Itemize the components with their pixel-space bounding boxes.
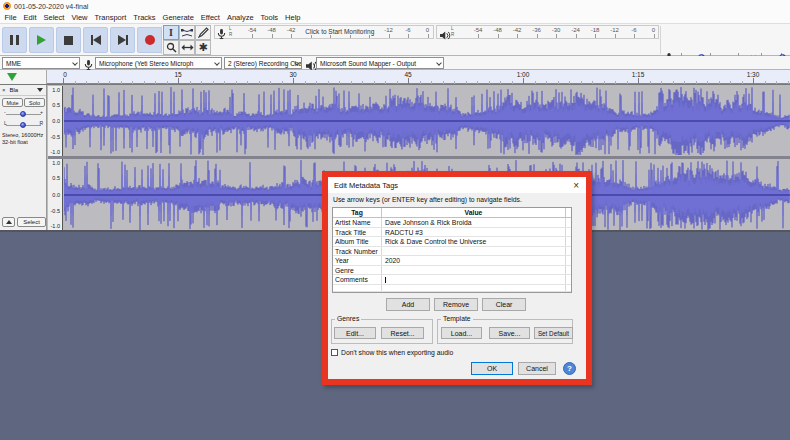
time-ruler[interactable]: 01530451:001:151:30 [47,70,790,84]
scale-label: -1.0 [51,223,60,229]
metadata-row[interactable]: Year2020 [333,256,571,266]
value-column-header: Value [382,208,566,217]
metadata-row[interactable]: Track Number [333,247,571,257]
envelope-tool-button[interactable] [179,25,195,40]
scale-label: 0.0 [52,192,60,198]
tag-cell[interactable]: Artist Name [333,218,382,227]
value-cell[interactable] [382,247,566,256]
metadata-table[interactable]: TagValueArtist NameDave Johnson & Rick B… [332,207,572,293]
vertical-scale-ruler[interactable]: 1.00.50.0-0.5-1.0 [48,86,63,156]
menu-analyze[interactable]: Analyze [223,13,257,22]
template-save-button[interactable]: Save... [489,327,530,339]
menu-tracks[interactable]: Tracks [130,13,159,22]
value-cell[interactable] [382,266,566,275]
help-button[interactable]: ? [563,362,576,375]
track-info: Stereo, 16000Hz 32-bit float [2,132,43,145]
vertical-scale-ruler[interactable]: 1.00.50.0-0.5-1.0 [48,159,63,230]
speaker-icon [439,26,451,44]
tag-cell[interactable]: Track Title [333,228,382,237]
menu-effect[interactable]: Effect [197,13,223,22]
meter-tick-label: -54 [248,27,257,33]
menu-tools[interactable]: Tools [257,13,282,22]
multi-tool-button[interactable]: ✱ [195,40,211,55]
skip-to-start-button[interactable] [83,27,108,53]
menu-generate[interactable]: Generate [159,13,197,22]
pan-slider[interactable]: L R [2,120,45,130]
selection-tool-icon: I [169,27,173,38]
dont-show-checkbox[interactable] [331,349,338,356]
close-track-button[interactable]: × [0,87,8,93]
ok-button[interactable]: OK [471,362,513,375]
metadata-row[interactable]: Album TitleRick & Dave Control the Unive… [333,237,571,247]
value-cell[interactable]: Rick & Dave Control the Universe [382,237,566,246]
playback-device-select[interactable]: Microsoft Sound Mapper - Output [316,57,444,69]
value-cell[interactable] [382,275,566,284]
tag-cell[interactable]: Track Number [333,247,382,256]
audacity-window: 001-05-20-2020 v4-final FileEditSelectVi… [0,0,790,440]
stop-button[interactable] [56,27,81,53]
skip-to-end-button[interactable] [110,27,135,53]
value-cell[interactable]: Dave Johnson & Rick Broida [382,218,566,227]
menu-view[interactable]: View [68,13,91,22]
menu-edit[interactable]: Edit [20,13,40,22]
tag-cell[interactable] [333,285,382,292]
add-button[interactable]: Add [386,298,430,311]
metadata-row[interactable]: Artist NameDave Johnson & Rick Broida [333,218,571,228]
waveform-channel-left[interactable] [64,86,790,156]
menu-help[interactable]: Help [282,13,304,22]
menu-transport[interactable]: Transport [91,13,130,22]
gain-slider[interactable]: - + [2,109,45,119]
time-shift-tool-button[interactable] [179,40,195,55]
recording-meter[interactable]: LR-54-48-42-36-30-24-18-12-60Click to St… [214,25,434,39]
pan-slider-thumb[interactable] [20,122,26,128]
play-button[interactable] [29,27,54,53]
solo-button[interactable]: Solo [24,98,45,107]
metadata-row[interactable]: Comments [333,275,571,285]
track-menu-icon[interactable] [37,88,43,92]
record-button[interactable] [137,27,162,53]
value-cell[interactable]: 2020 [382,256,566,265]
metadata-row[interactable]: Genre [333,266,571,276]
pause-button[interactable] [2,27,27,53]
dialog-close-icon[interactable]: × [573,180,586,191]
tag-cell[interactable]: Year [333,256,382,265]
audio-host-select[interactable]: MME [2,57,80,69]
selection-tool-button[interactable]: I [163,25,179,40]
channel-r-label: R [451,33,454,38]
meter-tick [615,34,616,38]
monitor-text[interactable]: Click to Start Monitoring [302,28,377,35]
scale-label: -0.5 [51,134,60,140]
mute-button[interactable]: Mute [2,98,23,107]
meter-tick-label: -48 [493,27,502,33]
draw-tool-button[interactable] [195,25,211,40]
template-load-button[interactable]: Load... [441,327,482,339]
genres-edit-button[interactable]: Edit... [334,327,376,339]
recording-channels-select[interactable]: 2 (Stereo) Recording Cha [224,57,302,69]
timeline-pin-box[interactable] [0,70,47,84]
metadata-row[interactable]: Track TitleRADCTU #3 [333,228,571,238]
remove-button[interactable]: Remove [434,298,478,311]
menu-select[interactable]: Select [40,13,68,22]
menu-file[interactable]: File [1,13,20,22]
metadata-row[interactable] [333,285,571,293]
ruler-time-label: 30 [289,71,296,78]
select-track-button[interactable]: Select [17,217,46,227]
gain-slider-thumb[interactable] [20,111,26,117]
meter-tick [556,34,557,38]
tag-cell[interactable]: Comments [333,275,382,284]
tag-cell[interactable]: Album Title [333,237,382,246]
timeline-ruler[interactable]: 01530451:001:151:30 [0,70,790,84]
tag-cell[interactable]: Genre [333,266,382,275]
cancel-button[interactable]: Cancel [518,362,556,375]
value-cell[interactable]: RADCTU #3 [382,228,566,237]
meter-tick-label: -54 [474,27,483,33]
playback-meter[interactable]: LR-54-48-42-36-30-24-18-12-60 [436,25,659,39]
clear-button[interactable]: Clear [482,298,526,311]
template-set-default-button[interactable]: Set Default [534,327,573,339]
track-name[interactable]: Bla [8,87,37,93]
collapse-track-button[interactable] [2,217,15,227]
genres-reset-button[interactable]: Reset... [381,327,424,339]
value-cell[interactable] [382,285,566,292]
zoom-tool-button[interactable] [163,40,179,55]
recording-device-select[interactable]: Microphone (Yeti Stereo Microph [95,57,222,69]
